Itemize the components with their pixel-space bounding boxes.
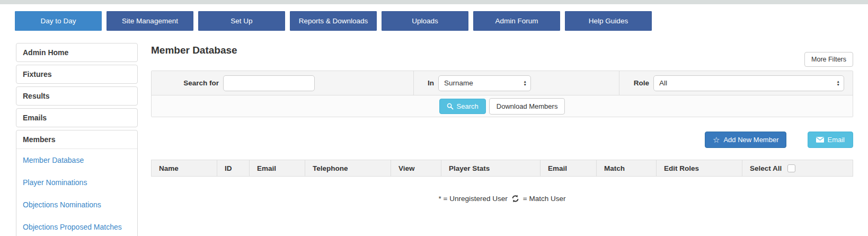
column-header-email: Email — [540, 160, 596, 176]
column-header-name: Name — [152, 160, 217, 176]
main-header: Member Database More Filters — [151, 43, 853, 68]
content-area: Admin HomeFixturesResultsEmailsMembersMe… — [0, 43, 868, 236]
nav-tab-reports-downloads[interactable]: Reports & Downloads — [290, 11, 377, 31]
sidebar-item-members[interactable]: Members — [16, 130, 137, 149]
main-panel: Member Database More Filters Search for … — [151, 43, 853, 203]
top-strip — [0, 0, 868, 4]
in-select-value: Surname — [444, 79, 473, 87]
column-header-label: Telephone — [313, 164, 348, 172]
column-header-label: ID — [225, 164, 232, 172]
column-header-telephone: Telephone — [305, 160, 391, 176]
envelope-icon — [816, 137, 824, 143]
search-icon — [447, 103, 454, 110]
page-title: Member Database — [151, 45, 237, 56]
add-new-member-button[interactable]: ☆ Add New Member — [705, 132, 787, 148]
column-header-select-all: Select All — [742, 160, 853, 176]
sidebar-item-results[interactable]: Results — [16, 86, 138, 106]
column-header-email: Email — [249, 160, 305, 176]
search-button-label: Search — [457, 102, 479, 110]
role-select-value: All — [659, 79, 667, 87]
in-cell: In Surname ▲▼ — [413, 71, 619, 95]
email-button-label: Email — [827, 136, 845, 144]
unregistered-legend-text: * = Unregistered User — [439, 195, 508, 203]
select-stepper-icon: ▲▼ — [524, 80, 527, 86]
nav-tab-set-up[interactable]: Set Up — [198, 11, 285, 31]
column-header-label: Player Stats — [449, 164, 490, 172]
filter-fields-row: Search for In Surname ▲▼ Role All ▲▼ — [152, 71, 853, 95]
legend: * = Unregistered User = Match User — [151, 195, 853, 203]
match-legend-text: = Match User — [523, 195, 566, 203]
nav-tab-admin-forum[interactable]: Admin Forum — [473, 11, 560, 31]
search-for-label: Search for — [152, 79, 219, 87]
select-all-checkbox[interactable] — [787, 164, 795, 172]
sidebar-link-player-nominations[interactable]: Player Nominations — [16, 171, 137, 194]
download-members-button[interactable]: Download Members — [489, 98, 565, 115]
sidebar: Admin HomeFixturesResultsEmailsMembersMe… — [16, 43, 138, 236]
sidebar-item-fixtures[interactable]: Fixtures — [16, 65, 138, 84]
column-header-label: View — [398, 164, 415, 172]
column-header-label: Name — [159, 164, 179, 172]
column-header-label: Match — [604, 164, 625, 172]
nav-tab-site-management[interactable]: Site Management — [107, 11, 193, 31]
column-header-label: Email — [257, 164, 276, 172]
more-filters-button[interactable]: More Filters — [804, 52, 853, 67]
nav-tab-day-to-day[interactable]: Day to Day — [15, 11, 102, 31]
column-header-label: Select All — [750, 164, 782, 172]
role-label: Role — [630, 79, 649, 87]
top-nav: Day to DaySite ManagementSet UpReports &… — [0, 4, 868, 31]
filter-form: Search for In Surname ▲▼ Role All ▲▼ — [151, 71, 853, 117]
column-header-edit-roles: Edit Roles — [656, 160, 742, 176]
member-actions-row: ☆ Add New Member Email — [151, 132, 853, 148]
search-for-cell: Search for — [152, 71, 413, 95]
sidebar-item-admin-home[interactable]: Admin Home — [16, 43, 138, 62]
sidebar-section-members: MembersMember DatabasePlayer Nominations… — [16, 130, 138, 236]
column-header-id: ID — [217, 160, 249, 176]
email-button[interactable]: Email — [808, 132, 853, 148]
search-button[interactable]: Search — [439, 99, 486, 114]
filter-actions-row: Search Download Members — [152, 95, 853, 117]
search-input[interactable] — [223, 75, 315, 91]
table-header: NameIDEmailTelephoneViewPlayer StatsEmai… — [151, 160, 853, 177]
select-stepper-icon: ▲▼ — [837, 80, 840, 86]
refresh-icon — [511, 195, 519, 203]
nav-tab-help-guides[interactable]: Help Guides — [565, 11, 652, 31]
sidebar-item-emails[interactable]: Emails — [16, 108, 138, 127]
in-label: In — [424, 79, 434, 87]
column-header-view: View — [391, 160, 441, 176]
role-select[interactable]: All ▲▼ — [653, 75, 844, 91]
star-icon: ☆ — [713, 136, 720, 144]
sidebar-link-objections-nominations[interactable]: Objections Nominations — [16, 194, 137, 216]
nav-tab-uploads[interactable]: Uploads — [382, 11, 468, 31]
column-header-player-stats: Player Stats — [441, 160, 540, 176]
column-header-match: Match — [596, 160, 656, 176]
column-header-label: Email — [548, 164, 567, 172]
add-new-member-label: Add New Member — [723, 136, 778, 144]
role-cell: Role All ▲▼ — [619, 71, 853, 95]
sidebar-link-objections-proposed-matches[interactable]: Objections Proposed Matches — [16, 216, 137, 236]
in-select[interactable]: Surname ▲▼ — [438, 75, 531, 91]
column-header-label: Edit Roles — [664, 164, 699, 172]
sidebar-link-member-database[interactable]: Member Database — [16, 149, 137, 171]
